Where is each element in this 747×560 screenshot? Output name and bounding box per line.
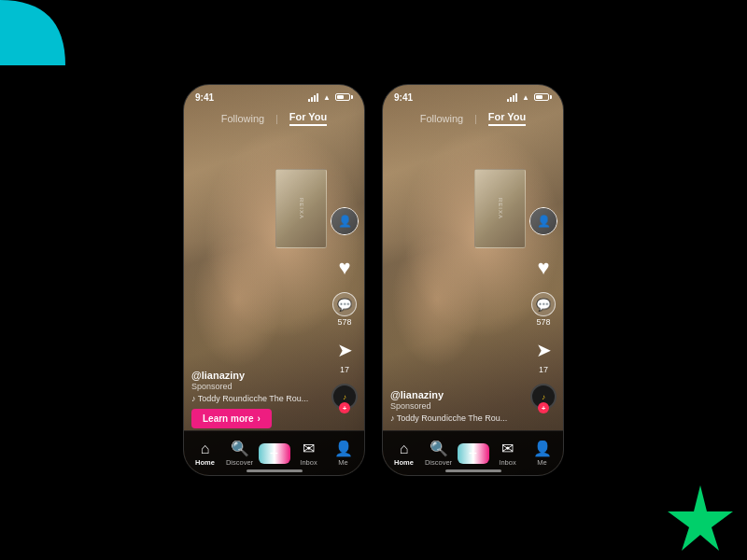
phone2-avatar: 👤 [529,207,557,235]
phone1-following-tab[interactable]: Following [221,113,264,124]
phone2-discover-label: Discover [425,458,452,467]
phone2-nav-me[interactable]: 👤 Me [525,440,559,467]
phone1-time: 9:41 [195,92,214,103]
phone1-username: @lianaziny [191,370,322,381]
phone1-discover-label: Discover [226,458,253,467]
phone2-me-label: Me [537,458,546,467]
phone1-inbox-icon: ✉ [303,440,315,457]
phone2-nav-tabs: Following | For You [383,105,563,132]
phone2-comment-count: 578 [536,317,550,327]
phone1-share-btn[interactable]: ➤ 17 [331,336,359,374]
phone1-plus-icon: + [259,443,290,464]
phone2-product-box: REIXA [474,169,526,248]
phone-1: REIXA 9:41 ▲ [183,84,365,476]
phone2-avatar-btn[interactable]: 👤 + [529,207,557,235]
phone2-status-bar: 9:41 ▲ [383,85,563,105]
phone1-avatar-btn[interactable]: 👤 + [331,207,359,235]
phone2-song: ♪ Toddy Roundicche The Rou... [390,413,521,423]
phone1-status-icons: ▲ [308,93,353,102]
phone2-sponsored: Sponsored [390,401,521,411]
phone2-nav-discover[interactable]: 🔍 Discover [421,440,456,467]
phone1-signal [308,93,318,102]
phone2-me-icon: 👤 [533,440,552,457]
phone2-inbox-icon: ✉ [501,440,514,457]
phone1-comment-btn[interactable]: 💬 578 [332,292,357,327]
signal-bar-4 [515,93,517,102]
phone2-like-btn[interactable]: ♥ [529,254,557,283]
phone2-wifi-icon: ▲ [522,93,529,102]
phone1-status-bar: 9:41 ▲ [184,85,364,105]
phone1-nav-divider: | [275,114,278,124]
phone1-arrow-icon: › [257,413,260,424]
phone1-nav-tabs: Following | For You [184,105,364,132]
phone2-following-tab[interactable]: Following [420,113,463,124]
phone1-nav-me[interactable]: 👤 Me [326,440,360,467]
phone1-discover-icon: 🔍 [231,440,249,457]
signal-bar-1 [308,99,310,102]
phone1-comment-count: 578 [337,317,351,327]
signal-bar-2 [510,97,512,102]
phone2-discover-icon: 🔍 [430,440,448,457]
phone2-comment-icon: 💬 [531,292,556,316]
phone1-sponsored: Sponsored [191,382,322,391]
phone2-signal [507,93,517,102]
phone2-foryou-tab[interactable]: For You [488,111,527,126]
phone2-nav-inbox[interactable]: ✉ Inbox [490,440,525,467]
phone2-nav-home[interactable]: ⌂ Home [387,441,421,467]
phone1-side-actions: 👤 + ♥ 💬 578 ➤ 17 ♪ [331,207,359,410]
phone2-username: @lianaziny [390,389,521,400]
phone2-plus-icon: + [458,443,489,464]
phone2-nav-plus[interactable]: + [456,443,490,464]
phone1-nav-discover[interactable]: 🔍 Discover [222,440,257,467]
phone1-me-label: Me [338,458,347,467]
phone2-comment-btn[interactable]: 💬 578 [531,292,556,327]
phone1-share-icon: ➤ [337,339,353,361]
phone2-battery-icon [534,93,552,101]
phone-2: REIXA 9:41 ▲ [382,84,564,476]
phone2-share-count: 17 [539,365,548,374]
phone1-nav-home[interactable]: ⌂ Home [188,441,222,467]
phone2-inbox-label: Inbox [499,458,515,467]
phone2-nav-divider: | [474,114,477,124]
signal-bar-4 [317,93,318,102]
phone1-share-count: 17 [340,365,349,374]
phones-container: REIXA 9:41 ▲ [183,84,564,476]
phone1-home-icon: ⌂ [201,441,210,457]
phone2-video-info: @lianaziny Sponsored ♪ Toddy Roundicche … [390,389,521,428]
phone1-nav-plus[interactable]: + [257,443,291,464]
phone2-side-actions: 👤 + ♥ 💬 578 ➤ 17 ♪ [529,207,557,410]
phone1-product-box: REIXA [275,169,327,248]
phone1-comment-icon: 💬 [332,292,357,316]
green-decoration [663,485,738,551]
phone1-foryou-tab[interactable]: For You [289,111,328,126]
phone1-battery-icon [335,93,353,101]
phone1-follow-plus: + [339,402,350,413]
phone1-song: ♪ Toddy Roundicche The Rou... [191,394,322,403]
phone2-share-btn[interactable]: ➤ 17 [529,336,557,374]
phone1-heart-icon: ♥ [338,256,350,280]
cyan-decoration [0,0,84,93]
phone1-home-indicator [247,469,303,472]
phone1-nav-inbox[interactable]: ✉ Inbox [291,440,326,467]
signal-bar-3 [314,95,316,102]
phone1-home-label: Home [195,458,215,467]
signal-bar-3 [513,95,514,102]
phone1-learn-more-btn[interactable]: Learn more › [191,409,272,428]
phone1-inbox-label: Inbox [300,458,317,467]
phone2-home-indicator [445,469,501,472]
phone1-like-btn[interactable]: ♥ [331,254,359,283]
phone1-bottom-nav: ⌂ Home 🔍 Discover + ✉ Inbox 👤 Me [184,430,364,475]
phone1-avatar-inner: 👤 [331,208,358,234]
phone2-share-icon: ➤ [536,339,552,361]
svg-marker-0 [668,485,733,551]
phone2-avatar-inner: 👤 [530,208,557,234]
phone2-status-icons: ▲ [507,93,552,102]
phone2-heart-icon: ♥ [537,256,549,280]
phone1-wifi-icon: ▲ [323,93,331,102]
phone1-avatar: 👤 [331,207,359,235]
phone2-time: 9:41 [394,92,413,103]
phone1-me-icon: 👤 [334,440,353,457]
phone2-bottom-nav: ⌂ Home 🔍 Discover + ✉ Inbox 👤 Me [383,430,563,475]
phone2-follow-plus: + [538,402,549,413]
phone1-video-info: @lianaziny Sponsored ♪ Toddy Roundicche … [191,370,322,428]
